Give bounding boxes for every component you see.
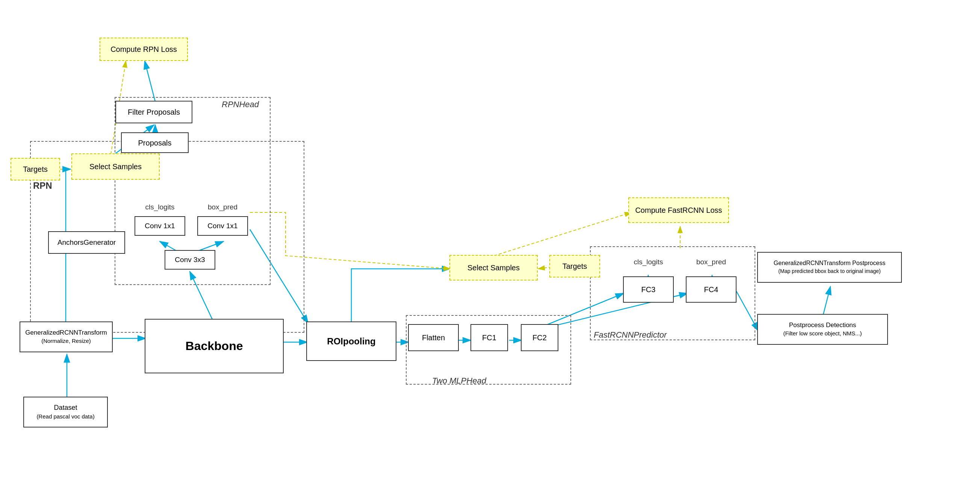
fc2-node: FC2 xyxy=(521,324,558,351)
generalized-transform-node: GeneralizedRCNNTransform(Normalize, Resi… xyxy=(19,321,113,352)
targets-node: Targets xyxy=(11,158,60,180)
cls-logits-2-label: cls_logits xyxy=(623,254,674,270)
filter-proposals-node: Filter Proposals xyxy=(115,101,192,123)
targets-2-node: Targets xyxy=(549,255,600,278)
compute-rpn-loss-node: Compute RPN Loss xyxy=(100,38,188,61)
compute-fastrcnn-loss-node: Compute FastRCNN Loss xyxy=(628,197,729,223)
roi-pooling-node: ROIpooling xyxy=(306,321,396,361)
diagram: RPN RPNHead FastRCNNPredictor Two MLPHea… xyxy=(0,0,980,479)
conv3x3-node: Conv 3x3 xyxy=(165,250,215,270)
fc4-node: FC4 xyxy=(686,276,737,303)
cls-logits-1-label: cls_logits xyxy=(135,198,185,216)
box-pred-1-label: box_pred xyxy=(197,198,248,216)
fc1-node: FC1 xyxy=(471,324,508,351)
conv1x1-cls-node: Conv 1x1 xyxy=(135,216,185,236)
proposals-node: Proposals xyxy=(121,133,189,153)
twomlp-label: Two MLPHead xyxy=(432,376,486,386)
select-samples-2-node: Select Samples xyxy=(449,255,538,281)
select-samples-1-node: Select Samples xyxy=(72,153,160,180)
box-pred-2-label: box_pred xyxy=(686,254,737,270)
fastrcnn-label: FastRCNNPredictor xyxy=(594,330,667,340)
fc3-node: FC3 xyxy=(623,276,674,303)
conv1x1-box-node: Conv 1x1 xyxy=(197,216,248,236)
generalized-transform-postprocess-node: GeneralizedRCNNTransform Postprocess(Map… xyxy=(757,252,902,283)
postprocess-detections-node: Postprocess Detections(Filter low score … xyxy=(757,314,888,345)
anchors-generator-node: AnchorsGenerator xyxy=(48,231,125,254)
dataset-node: Dataset(Read pascal voc data) xyxy=(23,397,108,428)
backbone-node: Backbone xyxy=(145,319,284,374)
flatten-node: Flatten xyxy=(408,324,459,351)
rpnhead-label: RPNHead xyxy=(222,100,259,109)
svg-line-25 xyxy=(823,286,830,316)
rpn-label: RPN xyxy=(33,180,52,191)
svg-line-13 xyxy=(145,61,155,102)
